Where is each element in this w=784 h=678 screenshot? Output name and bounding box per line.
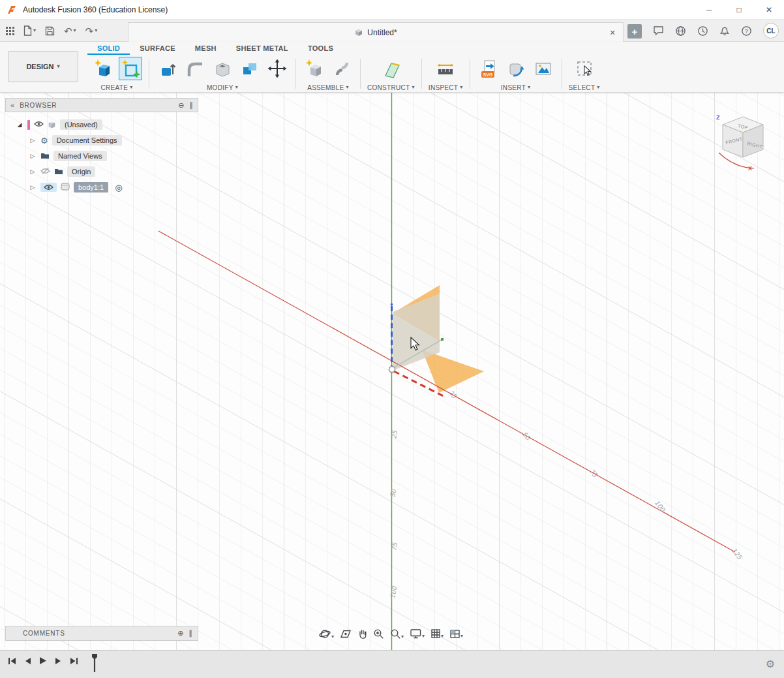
look-at-icon [340,629,352,639]
press-pull-icon [158,59,177,78]
tree-expanded-icon[interactable]: ◢ [16,121,23,128]
new-tab-button[interactable]: + [627,24,642,39]
user-avatar[interactable]: CL [763,23,779,39]
activate-component-icon[interactable]: ◎ [115,183,122,192]
ribbon-group-select: SELECT ▾ [562,55,607,93]
skip-to-end-button[interactable] [70,657,78,665]
job-status-clock-button[interactable] [697,25,708,37]
active-document-marker [27,120,30,130]
workspace-selector[interactable]: DESIGN ▾ [8,51,78,82]
select-dropdown[interactable]: SELECT ▾ [569,82,600,93]
create-dropdown[interactable]: CREATE ▾ [101,82,133,93]
comments-bubble-button[interactable] [653,25,664,36]
maximize-button[interactable]: □ [724,0,754,20]
measure-button[interactable] [434,57,457,80]
comments-bar[interactable]: COMMENTS ⊕ ∥ [5,626,198,641]
collapse-panel-icon[interactable]: « [10,101,14,109]
move-copy-button[interactable] [265,57,289,80]
tree-collapsed-icon[interactable]: ▷ [29,184,37,191]
tree-collapsed-icon[interactable]: ▷ [29,153,37,159]
panel-grip-icon[interactable]: ∥ [189,629,193,638]
minimize-button[interactable]: ─ [694,0,724,20]
shell-button[interactable] [211,57,234,80]
construct-plane-button[interactable] [379,57,402,80]
browser-row-named-views[interactable]: ▷ Named Views [5,148,198,164]
fillet-button[interactable] [183,57,207,80]
visibility-off-eye-icon[interactable] [40,168,50,176]
decal-button[interactable] [504,57,528,80]
file-menu-button[interactable]: ▾ [23,25,36,36]
visibility-eye-icon[interactable] [34,121,44,129]
close-button[interactable]: ✕ [754,0,784,20]
tab-sheet-metal[interactable]: SHEET METAL [226,42,298,55]
assemble-dropdown[interactable]: ASSEMBLE ▾ [307,82,349,93]
construction-plane-icon [381,59,400,78]
create-group-label: CREATE [101,84,128,91]
undo-icon: ↶ [64,26,72,36]
remove-panel-icon[interactable]: ⊖ [178,101,184,110]
pan-button[interactable] [355,627,369,640]
zoom-button[interactable] [371,627,386,641]
new-component-button[interactable] [303,57,326,80]
tab-mesh[interactable]: MESH [185,42,226,55]
add-comment-icon[interactable]: ⊕ [177,629,183,638]
timeline-settings-gear-icon[interactable]: ⚙ [766,658,775,670]
joint-button[interactable] [330,57,354,80]
skip-to-start-button[interactable] [8,657,16,665]
browser-item-label[interactable]: (Unsaved) [60,119,102,130]
ribbon-group-inspect: INSPECT ▾ [422,55,470,93]
play-button[interactable] [39,656,47,665]
document-tab[interactable]: Untitled* ✕ [128,22,624,42]
create-sketch-button[interactable] [119,57,142,80]
close-tab-icon[interactable]: ✕ [607,27,618,38]
step-back-button[interactable] [24,657,31,665]
redo-button[interactable]: ↷ ▾ [85,26,98,36]
body-icon [61,183,70,192]
construct-dropdown[interactable]: CONSTRUCT ▾ [367,82,415,93]
browser-item-label[interactable]: Named Views [53,151,107,161]
combine-button[interactable] [238,57,262,80]
browser-row-document-settings[interactable]: ▷ ⚙ Document Settings [5,132,198,148]
press-pull-button[interactable] [156,57,179,80]
inspect-group-label: INSPECT [429,84,458,91]
origin-point[interactable] [389,367,395,373]
tree-collapsed-icon[interactable]: ▷ [29,137,37,144]
fillet-icon [185,59,205,78]
browser-item-label[interactable]: body1:1 [74,182,108,193]
browser-row-origin[interactable]: ▷ Origin [5,164,198,179]
tree-collapsed-icon[interactable]: ▷ [29,168,37,175]
insert-dropdown[interactable]: INSERT ▾ [501,82,531,93]
browser-item-label[interactable]: Document Settings [52,135,122,146]
tab-surface[interactable]: SURFACE [130,42,185,55]
edge-midpoint-handle[interactable] [441,338,444,341]
extensions-globe-button[interactable] [675,25,686,37]
zoom-window-button[interactable]: ▾ [388,627,406,641]
undo-button[interactable]: ↶ ▾ [64,26,76,36]
browser-row-document[interactable]: ◢ (Unsaved) [5,117,198,132]
browser-row-body[interactable]: ▷ body1:1 ◎ [5,179,198,195]
step-forward-button[interactable] [55,657,62,665]
browser-item-label[interactable]: Origin [67,166,95,177]
help-button[interactable]: ? [741,25,752,37]
box-primitive-button[interactable] [91,57,115,80]
canvas-button[interactable] [532,57,555,80]
save-button[interactable] [45,26,55,36]
tab-solid[interactable]: SOLID [87,42,130,55]
insert-svg-button[interactable]: SVG [477,57,500,80]
app-grid-menu-button[interactable] [5,26,14,35]
timeline-position-marker[interactable] [89,653,100,677]
orbit-button[interactable]: ▾ [317,627,336,641]
display-settings-button[interactable]: ▾ [408,627,427,640]
select-button[interactable] [573,57,596,80]
browser-panel-header[interactable]: « BROWSER ⊖ ∥ [5,98,198,112]
panel-grip-icon[interactable]: ∥ [190,101,194,110]
caret-down-icon: ▾ [460,634,463,639]
grid-snap-button[interactable]: ▾ [429,627,445,640]
tab-tools[interactable]: TOOLS [298,42,343,55]
look-at-button[interactable] [338,628,354,640]
inspect-dropdown[interactable]: INSPECT ▾ [429,82,463,93]
visibility-eye-chip[interactable] [40,183,57,192]
viewports-button[interactable]: ▾ [447,628,465,640]
notifications-bell-button[interactable] [719,25,730,36]
modify-dropdown[interactable]: MODIFY ▾ [207,82,238,93]
